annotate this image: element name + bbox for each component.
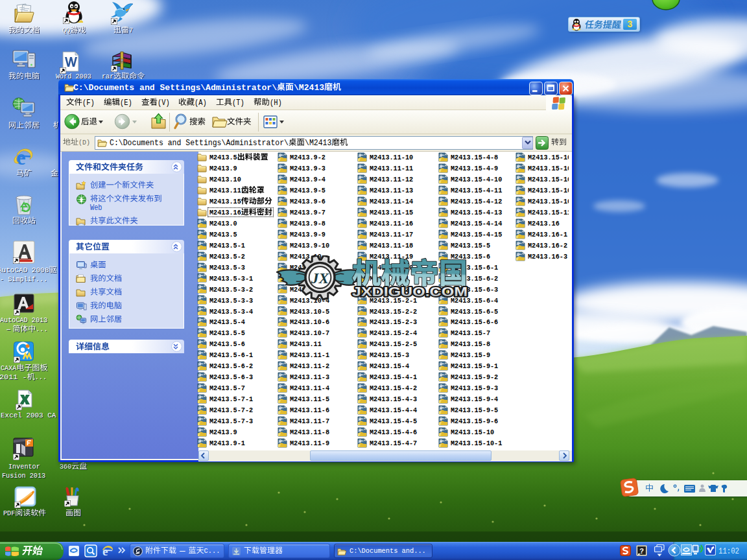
svg-text:C:\Documents and...: C:\Documents and... [350,546,426,555]
svg-text:M2413.11-7: M2413.11-7 [290,417,329,425]
svg-text:M2413.5-3-2: M2413.5-3-2 [209,286,253,294]
svg-text:M2413.11: M2413.11 [290,341,322,349]
svg-text:M2413.16-1: M2413.16-1 [528,231,567,239]
svg-text:JXDIGUO.COM: JXDIGUO.COM [352,285,468,299]
svg-text:M2413.15-4-14: M2413.15-4-14 [451,220,502,228]
svg-text:M2413.15-8: M2413.15-8 [451,341,490,349]
svg-text:M2413.9-7: M2413.9-7 [290,209,326,216]
svg-text:M2413.11-14: M2413.11-14 [370,198,413,205]
svg-text:M2413.15-6-5: M2413.15-6-5 [451,308,498,316]
svg-text:M2413.16: M2413.16 [209,209,241,216]
svg-text:M2413.15-4-1: M2413.15-4-1 [370,373,417,381]
svg-text:M2413.11-11: M2413.11-11 [370,165,413,172]
svg-text:C...: C... [204,546,220,555]
svg-text:M2413.11-4: M2413.11-4 [290,384,329,392]
svg-text:M2413.15-4-6: M2413.15-4-6 [370,428,417,436]
svg-text:M2413.15-11: M2413.15-11 [528,209,569,216]
svg-text:M2413.15-10-4: M2413.15-10-4 [528,176,569,183]
svg-text:M2413.15-2-3: M2413.15-2-3 [370,319,417,327]
svg-text:M2413.15-5: M2413.15-5 [451,242,490,250]
svg-text:M2413.11-8: M2413.11-8 [290,428,329,436]
svg-text:M2413.15-4-15: M2413.15-4-15 [451,231,502,239]
svg-text:M2413.9-3: M2413.9-3 [290,165,326,172]
svg-text:M2413.0: M2413.0 [209,220,237,228]
svg-text:M2413.15-7: M2413.15-7 [451,330,490,338]
svg-text:M2413.5-6: M2413.5-6 [209,341,245,349]
svg-text:M2413.15-9-4: M2413.15-9-4 [451,395,498,403]
svg-text:M2413.10: M2413.10 [209,176,241,183]
svg-text:11:02: 11:02 [718,546,739,556]
svg-text:JX: JX [311,270,330,286]
svg-text:M2413.16-2: M2413.16-2 [528,242,567,250]
svg-text:M2413.15-10-3: M2413.15-10-3 [528,165,569,172]
svg-text:M2413.15-10-5: M2413.15-10-5 [528,187,569,194]
svg-text:M2413.11-3: M2413.11-3 [290,373,329,381]
svg-text:M2413.5-3: M2413.5-3 [209,264,245,272]
svg-text:M2413.15-2-4: M2413.15-2-4 [370,330,417,338]
svg-text:M2413.16: M2413.16 [528,220,560,228]
svg-text:M2413.15-4-11: M2413.15-4-11 [451,187,502,194]
svg-text:M2413.15-4-5: M2413.15-4-5 [370,417,417,425]
svg-text:M2413.9-2: M2413.9-2 [290,154,326,161]
svg-text:M2413.9: M2413.9 [209,165,237,172]
svg-text:M2413.15-4-7: M2413.15-4-7 [370,439,417,447]
svg-text:M2413.15-4-12: M2413.15-4-12 [451,198,502,205]
svg-text:M2413.9-8: M2413.9-8 [290,220,326,228]
svg-text:M2413.15-9-3: M2413.15-9-3 [451,384,498,392]
svg-text:?: ? [639,547,644,555]
svg-text:M2413.15-10-2: M2413.15-10-2 [528,154,569,161]
svg-text:M2413.16-3: M2413.16-3 [528,253,567,261]
svg-text:M2413.11-6: M2413.11-6 [290,406,329,414]
svg-text:M2413.15-9-6: M2413.15-9-6 [451,417,498,425]
svg-text:M2413.10-5: M2413.10-5 [290,308,329,316]
svg-text:M2413.5-6-3: M2413.5-6-3 [209,373,253,381]
svg-text:M2413.15-2-5: M2413.15-2-5 [370,341,417,349]
svg-text:M2413.15-4-2: M2413.15-4-2 [370,384,417,392]
svg-text:M2413.15-4: M2413.15-4 [370,363,409,371]
svg-text:M2413.5-3-3: M2413.5-3-3 [209,297,253,305]
svg-text:M2413.11-16: M2413.11-16 [370,220,413,228]
svg-text:M2413.5-5: M2413.5-5 [209,330,245,338]
svg-text:M2413.5-3-1: M2413.5-3-1 [209,275,253,283]
svg-text:M2413.11-18: M2413.11-18 [370,242,413,250]
svg-text:M2413.5-6-1: M2413.5-6-1 [209,352,253,360]
svg-text:M2413.5-2: M2413.5-2 [209,253,245,261]
svg-text:M2413.9-9: M2413.9-9 [290,231,326,239]
svg-text:M2413.10-7: M2413.10-7 [290,330,329,338]
svg-text:M2413.15-4-8: M2413.15-4-8 [451,154,498,161]
svg-text:M2413.5: M2413.5 [209,154,237,161]
svg-text:M2413.15-4-3: M2413.15-4-3 [370,395,417,403]
svg-text:M2413.9: M2413.9 [209,428,237,436]
svg-text:M2413.5-1: M2413.5-1 [209,242,245,250]
svg-text:M2413.5-7: M2413.5-7 [209,384,245,392]
svg-text:M2413.15-6-6: M2413.15-6-6 [451,319,498,327]
svg-text:M2413.5-3-4: M2413.5-3-4 [209,308,253,316]
svg-text:M2413.11-5: M2413.11-5 [290,395,329,403]
svg-text:M2413.15-4-13: M2413.15-4-13 [451,209,502,216]
svg-text:M2413.9-5: M2413.9-5 [290,187,326,194]
svg-text:M2413.9-4: M2413.9-4 [290,176,326,183]
svg-text:M2413.11-9: M2413.11-9 [290,439,329,447]
svg-text:M2413.11-2: M2413.11-2 [290,363,329,371]
svg-text:M2413.11-10: M2413.11-10 [370,154,413,161]
svg-text:M2413.11-12: M2413.11-12 [370,176,413,183]
svg-text:M2413.15-9-1: M2413.15-9-1 [451,363,498,371]
svg-text:M2413.15-10: M2413.15-10 [451,428,494,436]
svg-text:M2413.5: M2413.5 [209,231,237,239]
svg-text:-: - [176,546,189,555]
svg-text:M2413.5-7-2: M2413.5-7-2 [209,406,253,414]
svg-text:M2413.15-10-6: M2413.15-10-6 [528,198,569,205]
svg-text:M2413.15-3: M2413.15-3 [370,352,409,360]
svg-text:M2413.9-1: M2413.9-1 [209,439,245,447]
svg-text:M2413.5-7-1: M2413.5-7-1 [209,395,253,403]
svg-text:M2413.5-7-3: M2413.5-7-3 [209,417,253,425]
svg-text:M2413.15-2-2: M2413.15-2-2 [370,308,417,316]
svg-text:M2413.15-4-4: M2413.15-4-4 [370,406,417,414]
svg-text:M2413.15-4-10: M2413.15-4-10 [451,176,502,183]
svg-text:M2413.15-10-1: M2413.15-10-1 [451,439,502,447]
svg-text:M2413.5-6-2: M2413.5-6-2 [209,363,253,371]
svg-text:M2413.15-9-2: M2413.15-9-2 [451,373,498,381]
svg-text:M2413.11-17: M2413.11-17 [370,231,413,239]
svg-text:M2413.15-9: M2413.15-9 [451,352,490,360]
svg-text:M2413.9-6: M2413.9-6 [290,198,326,205]
